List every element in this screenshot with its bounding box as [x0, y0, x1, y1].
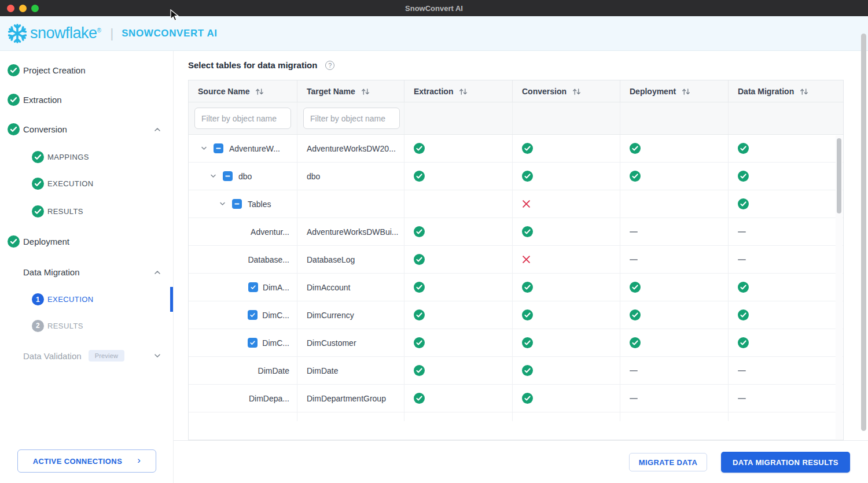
column-header-deployment[interactable]: Deployment [620, 80, 729, 102]
chevron-up-icon[interactable] [153, 268, 161, 276]
cell-extraction-status [404, 357, 513, 384]
sort-icon[interactable] [681, 88, 691, 95]
source-name-label: DimA... [263, 283, 289, 292]
sidebar-item-label: RESULTS [47, 207, 83, 216]
check-circle-icon [8, 94, 23, 106]
column-header-label: Conversion [522, 87, 567, 96]
row-checkbox-checked[interactable] [248, 282, 258, 292]
success-check-icon [414, 365, 425, 376]
active-connections-button[interactable]: ACTIVE CONNECTIONS › [17, 449, 156, 473]
zoom-window-button[interactable] [31, 5, 39, 12]
cell-extraction-status [404, 218, 513, 245]
expander-chevron-down-icon[interactable] [200, 145, 208, 152]
sidebar-item-results[interactable]: 2RESULTS [0, 312, 173, 340]
sidebar-item-data-migration[interactable]: Data Migration [0, 257, 173, 287]
row-checkbox-checked[interactable] [248, 310, 258, 320]
cell-empty [513, 412, 620, 421]
page-title: Select tables for data migration [188, 60, 317, 70]
column-header-extraction[interactable]: Extraction [404, 80, 513, 102]
check-circle-icon [8, 235, 23, 248]
target-name-label: dbo [307, 172, 320, 181]
page-scrollbar-thumb[interactable] [861, 34, 866, 431]
not-applicable-dash-icon [630, 370, 638, 371]
success-check-icon [630, 143, 641, 154]
target-name-label: AdventureWorksDW20... [307, 144, 396, 153]
cell-empty [189, 412, 297, 421]
cell-target-name: DimAccount [297, 274, 404, 301]
data-migration-results-button[interactable]: DATA MIGRATION RESULTS [721, 452, 850, 473]
traffic-lights[interactable] [7, 5, 39, 12]
column-header-conversion[interactable]: Conversion [513, 80, 620, 102]
migration-table: Source NameTarget NameExtractionConversi… [188, 80, 844, 440]
cell-extraction-status [404, 135, 513, 162]
sort-icon[interactable] [361, 88, 370, 95]
sort-icon[interactable] [458, 88, 468, 95]
sort-icon[interactable] [799, 88, 809, 95]
window-title: SnowConvert AI [405, 4, 463, 13]
cell-data-migration-status [729, 357, 837, 384]
sidebar-item-project-creation[interactable]: Project Creation [0, 56, 173, 85]
row-checkbox-indeterminate[interactable] [223, 171, 233, 181]
sidebar-item-data-validation[interactable]: Data ValidationPreview [0, 340, 173, 372]
step-number-badge: 1 [32, 293, 44, 305]
source-name-label: DimC... [262, 338, 289, 348]
column-header-target-name[interactable]: Target Name [297, 80, 404, 102]
cell-deployment-status [620, 190, 729, 217]
not-applicable-dash-icon [630, 259, 638, 260]
cell-source-name: Adventur... [189, 218, 297, 245]
sidebar-item-results[interactable]: RESULTS [0, 197, 173, 225]
sidebar-item-deployment[interactable]: Deployment [0, 225, 173, 257]
step-number-badge: 2 [32, 320, 44, 332]
sidebar-nav: Project CreationExtractionConversionMAPP… [0, 51, 173, 372]
sort-icon[interactable] [572, 88, 582, 95]
column-header-data-migration[interactable]: Data Migration [729, 80, 837, 102]
table-scrollbar-thumb[interactable] [837, 138, 841, 213]
close-window-button[interactable] [7, 5, 14, 12]
column-header-source-name[interactable]: Source Name [189, 80, 297, 102]
source-name-label: AdventureW... [229, 144, 280, 153]
table-scrollbar-track[interactable] [836, 135, 843, 439]
not-applicable-dash-icon [630, 231, 638, 233]
sidebar-item-execution[interactable]: 1EXECUTION [0, 287, 173, 312]
migrate-data-button[interactable]: MIGRATE DATA [629, 453, 707, 471]
source-name-label: Database... [248, 255, 289, 264]
success-check-icon [522, 282, 533, 293]
success-check-icon [522, 337, 533, 348]
cell-target-name: DimDate [297, 357, 404, 384]
cell-source-name: Database... [189, 246, 297, 273]
minimize-window-button[interactable] [19, 5, 27, 12]
row-checkbox-indeterminate[interactable] [232, 199, 242, 209]
sidebar-item-extraction[interactable]: Extraction [0, 85, 173, 115]
chevron-right-icon: › [137, 455, 141, 466]
success-check-icon [414, 171, 425, 182]
success-check-icon [738, 171, 749, 182]
cell-extraction-status [404, 246, 513, 273]
cell-conversion-status [513, 357, 620, 384]
row-checkbox-checked[interactable] [248, 338, 258, 348]
registered-mark: ® [97, 27, 101, 34]
row-checkbox-indeterminate[interactable] [214, 143, 223, 153]
sidebar-item-label: Extraction [23, 95, 62, 105]
cell-source-name: AdventureW... [189, 135, 297, 162]
not-applicable-dash-icon [738, 398, 746, 399]
sidebar-item-label: EXECUTION [47, 179, 93, 188]
cell-conversion-status [513, 163, 620, 190]
sidebar-item-mappings[interactable]: MAPPINGS [0, 144, 173, 169]
cell-extraction-status [404, 301, 513, 329]
cell-deployment-status [620, 301, 729, 329]
sidebar-item-execution[interactable]: EXECUTION [0, 169, 173, 197]
target-name-filter-input[interactable] [303, 108, 400, 129]
help-icon[interactable]: ? [325, 61, 334, 70]
sidebar-item-label: MAPPINGS [47, 153, 89, 161]
expander-chevron-down-icon[interactable] [219, 200, 226, 208]
source-name-label: Adventur... [251, 227, 289, 237]
cell-deployment-status [620, 218, 729, 245]
chevron-up-icon[interactable] [153, 126, 161, 134]
source-name-filter-input[interactable] [194, 108, 291, 129]
table-row: Adventur...AdventureWorksDWBui... [189, 218, 843, 246]
success-check-icon [522, 393, 533, 404]
chevron-down-icon[interactable] [153, 352, 161, 360]
sidebar-item-conversion[interactable]: Conversion [0, 115, 173, 144]
sort-icon[interactable] [255, 88, 264, 95]
expander-chevron-down-icon[interactable] [209, 172, 217, 180]
